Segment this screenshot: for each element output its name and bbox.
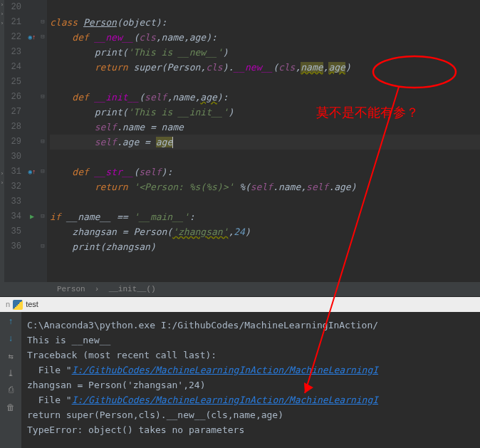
console-output[interactable]: C:\Anaconda3\python.exe I:/GithubCodes/M… [21,312,480,448]
fold-handle[interactable]: ⊟ [38,90,47,105]
line-number[interactable] [4,254,21,269]
code-line[interactable]: class Person(object): [50,15,480,30]
scroll-icon[interactable]: ⤓ [4,366,18,380]
console-line: File "I:/GithubCodes/MachineLearningInAc… [27,392,474,407]
fold-handle[interactable] [38,224,47,239]
wrap-icon[interactable]: ⇆ [4,349,18,363]
gutter-icon[interactable] [26,179,38,194]
code-line[interactable]: def __new__(cls,name,age): [50,30,480,45]
console-line [27,437,474,448]
gutter-icon[interactable] [26,45,38,60]
gutter-icon[interactable] [26,0,38,15]
editor-pane[interactable]: › › › › › 202122232425262728293031323334… [0,0,480,282]
fold-column[interactable]: ⊟⊟⊟⊟⊟⊟⊟ [38,0,47,282]
code-line[interactable] [50,194,480,209]
fold-handle[interactable]: ⊟ [38,239,47,254]
breadcrumb-fn[interactable]: __init__() [109,285,156,293]
console-line: File "I:/GithubCodes/MachineLearningInAc… [27,363,474,377]
traceback-link[interactable]: I:/GithubCodes/MachineLearningInAction/M… [72,395,378,405]
console-line: zhangsan = Person('zhangsan',24) [27,377,474,392]
code-line[interactable]: return super(Person,cls).__new__(cls,nam… [50,60,480,75]
traceback-link[interactable]: I:/GithubCodes/MachineLearningInAction/M… [72,365,378,375]
code-line[interactable]: def __str__(self): [50,165,480,179]
code-area[interactable]: class Person(object): def __new__(cls,na… [47,0,480,282]
fold-handle[interactable] [38,105,47,120]
line-number[interactable]: 22 [4,30,21,45]
annotation-text: 莫不是不能有参？ [316,104,419,121]
line-number[interactable]: 28 [4,120,21,135]
gutter-icon[interactable]: ◉↑ [26,30,38,45]
gutter-icon[interactable] [26,60,38,75]
line-number[interactable]: 36 [4,239,21,254]
python-icon [13,300,23,310]
code-line[interactable] [50,75,480,90]
fold-handle[interactable] [38,254,47,269]
gutter-icon[interactable] [26,239,38,254]
breadcrumb-class[interactable]: Person [57,285,85,293]
code-line[interactable] [50,150,480,165]
gutter-icon[interactable] [26,75,38,90]
fold-handle[interactable]: ⊟ [38,209,47,224]
code-line[interactable] [50,254,480,269]
code-line[interactable]: self.name = name [50,120,480,135]
gutter-icon[interactable] [26,15,38,30]
breadcrumb[interactable]: Person › __init__() [0,282,480,297]
fold-handle[interactable]: ⊟ [38,135,47,150]
fold-handle[interactable] [38,75,47,90]
line-number[interactable]: 31 [4,165,21,179]
line-number[interactable]: 25 [4,75,21,90]
code-line[interactable]: print(zhangsan) [50,239,480,254]
line-number[interactable]: 34 [4,209,21,224]
code-line[interactable] [50,0,480,15]
code-line[interactable]: self.age = age [50,135,480,150]
fold-handle[interactable]: ⊟ [38,30,47,45]
line-number[interactable]: 27 [4,105,21,120]
console-toolbar: ↑ ↓ ⇆ ⤓ ⎙ 🗑 [0,312,21,448]
line-number[interactable]: 20 [4,0,21,15]
gutter-icon[interactable] [26,150,38,165]
console-pane: ↑ ↓ ⇆ ⤓ ⎙ 🗑 C:\Anaconda3\python.exe I:/G… [0,312,480,448]
gutter-icon[interactable] [26,254,38,269]
console-line: This is __new__ [27,333,474,348]
gutter-icon[interactable] [26,120,38,135]
fold-handle[interactable] [38,0,47,15]
fold-handle[interactable] [38,150,47,165]
line-number[interactable]: 35 [4,224,21,239]
fold-handle[interactable] [38,45,47,60]
line-number[interactable]: 29 [4,135,21,150]
gutter-icon[interactable] [26,194,38,209]
line-number[interactable]: 21 [4,15,21,30]
console-tab[interactable]: n test [0,297,480,312]
fold-handle[interactable] [38,60,47,75]
line-number[interactable]: 26 [4,90,21,105]
gutter-icon[interactable]: ◉↑ [26,165,38,179]
fold-handle[interactable]: ⊟ [38,165,47,179]
line-number[interactable]: 32 [4,179,21,194]
console-line: TypeError: object() takes no parameters [27,422,474,437]
up-icon[interactable]: ↑ [4,315,18,329]
gutter-icon[interactable]: ▶ [26,209,38,224]
gutter-icon[interactable] [26,224,38,239]
down-icon[interactable]: ↓ [4,332,18,346]
fold-handle[interactable] [38,194,47,209]
gutter-icon[interactable] [26,90,38,105]
gutter-icon[interactable] [26,105,38,120]
line-number-gutter[interactable]: 2021222324252627282930313233343536 [4,0,26,282]
code-line[interactable]: print('This is __new__') [50,45,480,60]
gutter-icon[interactable] [26,135,38,150]
print-icon[interactable]: ⎙ [4,383,18,397]
trash-icon[interactable]: 🗑 [4,400,18,415]
fold-handle[interactable] [38,120,47,135]
gutter-icon-column[interactable]: ◉↑◉↑▶ [26,0,38,282]
code-line[interactable]: return '<Person: %s(%s)>' %(self.name,se… [50,179,480,194]
line-number[interactable]: 23 [4,45,21,60]
code-line[interactable]: if __name__ == '__main__': [50,209,480,224]
fold-handle[interactable]: ⊟ [38,15,47,30]
fold-handle[interactable] [38,179,47,194]
line-number[interactable]: 30 [4,150,21,165]
code-line[interactable]: zhangsan = Person('zhangsan',24) [50,224,480,239]
console-line: C:\Anaconda3\python.exe I:/GithubCodes/M… [27,318,474,333]
code-line[interactable]: def __init__(self,name,age): [50,90,480,105]
line-number[interactable]: 33 [4,194,21,209]
line-number[interactable]: 24 [4,60,21,75]
